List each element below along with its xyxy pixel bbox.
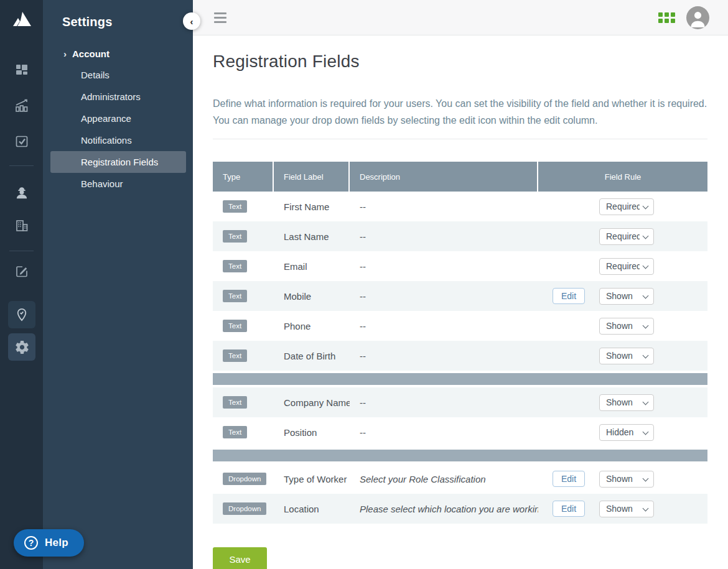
field-description: -- — [350, 397, 538, 408]
app-window: Settings › Account DetailsAdministrators… — [0, 0, 728, 569]
worker-icon — [14, 185, 30, 201]
type-badge: Text — [223, 349, 247, 362]
field-rule-select[interactable]: Shown — [599, 394, 654, 411]
description-line-1: Define what information is required for … — [213, 95, 707, 112]
buildings-icon — [14, 218, 30, 234]
field-label: Date of Birth — [274, 351, 350, 361]
table-row: Text First Name -- Required — [213, 192, 707, 221]
chevron-right-icon: › — [63, 49, 67, 59]
hamburger-menu-icon[interactable] — [212, 10, 229, 25]
field-description: -- — [350, 321, 538, 331]
sidebar-item-details[interactable]: Details — [43, 64, 193, 86]
apps-grid-icon[interactable] — [658, 12, 675, 23]
sidebar-item-behaviour[interactable]: Behaviour — [43, 173, 193, 195]
rail-divider — [9, 165, 34, 166]
rail-divider — [9, 251, 34, 251]
sidebar-section-account[interactable]: › Account — [63, 49, 193, 59]
field-description: -- — [350, 351, 538, 361]
field-label: Mobile — [274, 291, 350, 302]
table-row: Dropdown Type of Worker Select your Role… — [213, 464, 707, 494]
save-button[interactable]: Save — [213, 547, 267, 569]
field-rule-select[interactable]: Required — [599, 228, 654, 245]
help-button[interactable]: ? Help — [14, 529, 84, 557]
field-label: Type of Worker — [274, 474, 350, 484]
table-row: Text Phone -- Shown — [213, 311, 707, 341]
type-badge: Text — [223, 200, 247, 213]
settings-nav[interactable] — [8, 333, 35, 361]
sidebar-menu: DetailsAdministratorsAppearanceNotificat… — [43, 64, 193, 195]
field-rule-select[interactable]: Shown — [599, 318, 654, 335]
type-badge: Dropdown — [223, 473, 266, 485]
forms-nav[interactable] — [0, 257, 43, 285]
question-mark-icon: ? — [24, 536, 38, 550]
user-avatar[interactable] — [686, 6, 709, 29]
field-rule-select[interactable]: Hidden — [599, 424, 654, 441]
header-field-rule: Field Rule — [538, 162, 707, 192]
type-badge: Dropdown — [223, 502, 266, 515]
sidebar-section-label: Account — [72, 49, 110, 59]
sidebar-collapse-button[interactable]: ‹ — [183, 12, 200, 30]
field-rule-select[interactable]: Shown — [599, 471, 654, 488]
section-divider — [213, 139, 707, 139]
icon-rail — [0, 0, 43, 569]
sidebar-title: Settings — [62, 15, 193, 29]
type-badge: Text — [223, 396, 247, 409]
header-description: Description — [350, 162, 538, 192]
locations-nav[interactable] — [8, 301, 35, 328]
sidebar-item-registration-fields[interactable]: Registration Fields — [50, 151, 186, 173]
field-rule-select-wrap: Shown — [599, 318, 654, 335]
gear-icon — [14, 340, 30, 355]
field-label: Last Name — [274, 231, 350, 242]
sidebar-item-administrators[interactable]: Administrators — [43, 86, 193, 108]
type-badge: Text — [223, 320, 247, 332]
tasks-nav[interactable] — [0, 127, 43, 155]
table-row: Text Company Name -- Shown — [213, 387, 707, 417]
field-label: Company Name — [274, 397, 350, 408]
edit-button[interactable]: Edit — [553, 288, 585, 304]
table-row: Dropdown Location Please select which lo… — [213, 494, 707, 524]
person-icon — [686, 6, 709, 29]
field-rule-select-wrap: Required — [599, 258, 654, 275]
field-label: Location — [274, 504, 350, 514]
type-badge: Text — [223, 260, 247, 272]
field-label: Email — [274, 261, 350, 272]
sidebar-item-appearance[interactable]: Appearance — [43, 108, 193, 129]
field-rule-select[interactable]: Shown — [599, 288, 654, 305]
analytics-nav[interactable] — [0, 92, 43, 119]
dashboard-icon — [14, 62, 29, 77]
field-description: Please select which location you are wor… — [350, 504, 538, 514]
sidebar-item-notifications[interactable]: Notifications — [43, 129, 193, 151]
table-header: Type Field Label Description Field Rule — [213, 162, 707, 192]
analytics-icon — [14, 98, 30, 114]
field-rule-select-wrap: Hidden — [599, 424, 654, 441]
field-description: Select your Role Classification — [350, 474, 538, 484]
field-rule-select[interactable]: Shown — [599, 501, 654, 517]
page-title: Registration Fields — [213, 52, 707, 72]
field-description: -- — [350, 427, 538, 438]
type-badge: Text — [223, 290, 247, 302]
header-type: Type — [213, 162, 274, 192]
field-rule-select-wrap: Shown — [599, 394, 654, 411]
field-rule-select[interactable]: Required — [599, 198, 654, 215]
edit-button[interactable]: Edit — [553, 471, 585, 487]
edit-button[interactable]: Edit — [553, 501, 585, 517]
field-rule-select[interactable]: Shown — [599, 348, 654, 364]
table-row: Text Email -- Required — [213, 251, 707, 281]
field-rule-select-wrap: Shown — [599, 348, 654, 364]
company-nav[interactable] — [0, 212, 43, 239]
table-row: Text Last Name -- Required — [213, 221, 707, 251]
field-description: -- — [350, 231, 538, 242]
field-description: -- — [350, 261, 538, 272]
app-logo[interactable] — [0, 6, 43, 34]
field-rule-select-wrap: Shown — [599, 288, 654, 305]
dashboard-nav[interactable] — [0, 56, 43, 83]
field-rule-select-wrap: Required — [599, 228, 654, 245]
field-label: Position — [274, 427, 350, 438]
field-description: -- — [350, 201, 538, 212]
section-separator — [213, 447, 707, 464]
workers-nav[interactable] — [0, 179, 43, 206]
field-rule-select[interactable]: Required — [599, 258, 654, 275]
field-label: Phone — [274, 321, 350, 331]
section-separator — [213, 371, 707, 387]
compose-icon — [14, 264, 29, 279]
